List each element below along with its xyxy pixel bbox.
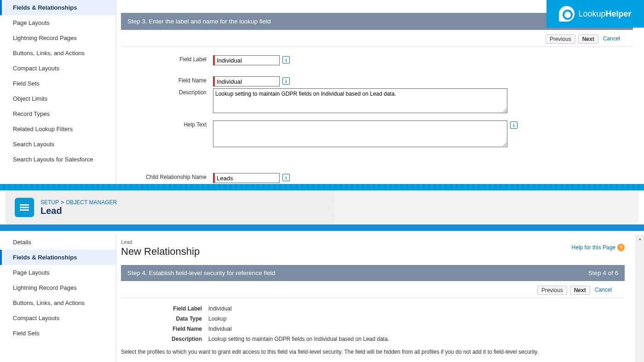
sidebar-item-record-types[interactable]: Record Types <box>0 106 116 121</box>
step-progress: Step 4 of 6 <box>588 270 618 276</box>
divider <box>0 184 644 190</box>
ro-field-label-value: Individual <box>208 305 232 312</box>
sidebar-item-related-lookup-filters[interactable]: Related Lookup Filters <box>0 121 116 137</box>
description-textarea[interactable] <box>213 88 507 113</box>
cancel-link[interactable]: Cancel <box>593 286 614 295</box>
sidebar-item-object-limits[interactable]: Object Limits <box>0 91 116 106</box>
ro-description-value: Lookup setting to maintain GDPR fields o… <box>208 336 389 342</box>
sidebar-item-compact-layouts[interactable]: Compact Layouts <box>0 310 116 326</box>
scrollbar[interactable]: ▴ <box>636 235 644 362</box>
page-title: New Relationship <box>121 246 625 258</box>
sidebar-item-field-sets[interactable]: Field Sets <box>0 76 116 91</box>
page-subtitle: Lead <box>121 239 625 245</box>
sidebar-item-lightning-record-pages[interactable]: Lightning Record Pages <box>0 280 116 295</box>
sidebar-item-search-layouts[interactable]: Search Layouts <box>0 137 116 152</box>
ro-field-label-label: Field Label <box>121 305 208 312</box>
ro-data-type-label: Data Type <box>121 316 208 322</box>
sidebar-item-page-layouts[interactable]: Page Layouts <box>0 265 116 280</box>
sidebar-item-fields-relationships[interactable]: Fields & Relationships <box>0 0 116 15</box>
step4-description: Select the profiles to which you want to… <box>121 349 625 355</box>
sidebar-item-buttons-links-actions[interactable]: Buttons, Links, and Actions <box>0 295 116 310</box>
info-icon[interactable]: i <box>510 121 518 129</box>
sidebar-item-details[interactable]: Details <box>0 235 116 250</box>
ro-field-name-value: Individual <box>208 326 232 332</box>
help-icon: ? <box>617 244 625 251</box>
lookup-helper-logo: LookupHelper <box>546 0 644 28</box>
child-relationship-input[interactable] <box>213 173 280 183</box>
description-label: Description <box>121 88 213 113</box>
help-text-textarea[interactable] <box>213 121 507 147</box>
breadcrumb-setup[interactable]: SETUP <box>40 199 59 206</box>
sidebar-item-compact-layouts[interactable]: Compact Layouts <box>0 61 116 76</box>
breadcrumb-object-manager[interactable]: OBJECT MANAGER <box>66 199 117 206</box>
info-icon[interactable]: i <box>282 174 290 181</box>
ro-description-label: Description <box>121 336 208 342</box>
info-icon[interactable]: i <box>282 56 290 63</box>
next-button[interactable]: Next <box>578 34 598 44</box>
sidebar-top: Fields & Relationships Page Layouts Ligh… <box>0 0 116 184</box>
object-icon <box>15 198 34 217</box>
field-label-label: Field Label <box>121 55 213 65</box>
breadcrumb: SETUP>OBJECT MANAGER <box>40 199 117 206</box>
field-label-input[interactable] <box>213 55 280 65</box>
info-icon[interactable]: i <box>282 77 290 85</box>
object-header: SETUP>OBJECT MANAGER Lead <box>6 190 638 224</box>
blue-edge <box>0 224 644 231</box>
help-text-label: Help Text <box>121 121 213 147</box>
sidebar-item-fields-relationships[interactable]: Fields & Relationships <box>0 250 116 265</box>
step4-header: Step 4. Establish field-level security f… <box>121 265 625 281</box>
sidebar-item-lightning-record-pages[interactable]: Lightning Record Pages <box>0 30 116 46</box>
field-name-input[interactable] <box>213 76 280 86</box>
sidebar-item-search-layouts-salesforce[interactable]: Search Layouts for Salesforce <box>0 152 116 167</box>
scroll-up-icon[interactable]: ▴ <box>636 235 644 243</box>
object-title: Lead <box>40 206 117 216</box>
cancel-link[interactable]: Cancel <box>601 34 622 44</box>
sidebar-item-field-sets[interactable]: Field Sets <box>0 326 116 341</box>
ro-field-name-label: Field Name <box>121 326 208 332</box>
child-relationship-label: Child Relationship Name <box>121 173 213 183</box>
field-name-label: Field Name <box>121 76 213 86</box>
ro-data-type-value: Lookup <box>208 316 226 322</box>
previous-button[interactable]: Previous <box>546 34 575 44</box>
sidebar-item-buttons-links-actions[interactable]: Buttons, Links, and Actions <box>0 46 116 61</box>
next-button[interactable]: Next <box>570 286 590 295</box>
previous-button[interactable]: Previous <box>537 286 567 295</box>
sidebar-bottom: Details Fields & Relationships Page Layo… <box>0 235 116 362</box>
help-for-this-page[interactable]: Help for this Page ? <box>572 244 625 251</box>
lookup-helper-icon <box>559 6 575 22</box>
sidebar-item-page-layouts[interactable]: Page Layouts <box>0 15 116 30</box>
